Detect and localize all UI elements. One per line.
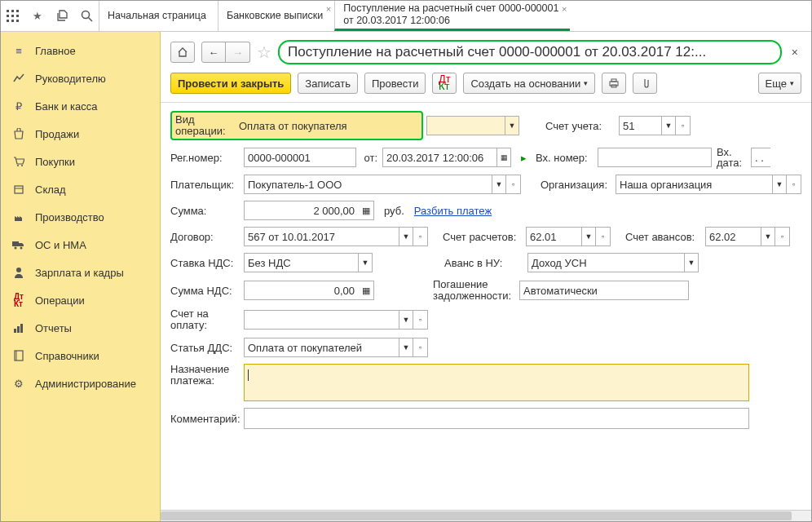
contract-input[interactable]: 567 от 10.01.2017 — [244, 227, 399, 246]
open-icon[interactable]: ▫ — [775, 227, 790, 246]
tab-home[interactable]: Начальная страница — [99, 1, 218, 31]
dropdown-icon[interactable]: ▼ — [399, 338, 413, 357]
svg-point-11 — [17, 165, 19, 166]
bars-icon — [12, 321, 25, 334]
dds-label: Статья ДДС: — [170, 342, 239, 354]
purpose-textarea[interactable] — [244, 364, 749, 401]
factory-icon — [12, 210, 25, 223]
sum-input[interactable] — [244, 201, 358, 220]
dropdown-icon[interactable]: ▼ — [581, 227, 596, 246]
comment-input[interactable] — [244, 408, 749, 429]
nav-warehouse[interactable]: Склад — [1, 175, 160, 203]
dds-input[interactable]: Оплата от покупателей — [244, 338, 399, 357]
currency-label: руб. — [384, 205, 404, 217]
dropdown-icon[interactable]: ▼ — [684, 253, 699, 272]
svg-rect-1 — [11, 10, 14, 12]
acct-adv-input[interactable]: 62.02 — [705, 227, 761, 246]
svg-rect-19 — [14, 329, 16, 333]
calculator-icon[interactable]: ▦ — [358, 281, 374, 300]
dtkt-button[interactable]: ДтКт — [432, 73, 457, 94]
open-icon[interactable]: ▫ — [506, 175, 521, 194]
nav-sales[interactable]: Продажи — [1, 120, 160, 148]
in-date-input[interactable]: . . — [751, 148, 770, 167]
nav-operations[interactable]: ДтКтОперации — [1, 286, 160, 314]
nav-hr[interactable]: Зарплата и кадры — [1, 259, 160, 286]
open-icon[interactable]: ▫ — [413, 310, 428, 330]
debt-input[interactable]: Автоматически — [519, 281, 689, 300]
nav-refs[interactable]: Справочники — [1, 342, 160, 369]
payer-input[interactable]: Покупатель-1 ООО — [244, 175, 492, 194]
history-icon[interactable] — [55, 9, 69, 24]
dropdown-icon[interactable]: ▼ — [358, 253, 373, 272]
dropdown-icon[interactable]: ▼ — [772, 175, 787, 194]
nav-bank[interactable]: ₽Банк и касса — [1, 92, 160, 120]
home-button[interactable] — [170, 42, 195, 63]
write-button[interactable]: Записать — [298, 73, 358, 94]
more-button[interactable]: Еще ▾ — [758, 73, 801, 94]
invoice-input[interactable] — [244, 310, 399, 330]
back-button[interactable]: ← — [201, 42, 226, 63]
dropdown-icon[interactable]: ▼ — [399, 310, 413, 330]
open-icon[interactable]: ▫ — [413, 338, 428, 357]
debt-label: Погашение задолженности: — [433, 279, 514, 302]
close-icon[interactable]: × — [326, 4, 331, 14]
attach-button[interactable] — [633, 73, 657, 94]
calendar-icon[interactable]: ▦ — [496, 148, 511, 167]
dropdown-icon[interactable]: ▼ — [505, 116, 519, 135]
search-icon[interactable] — [79, 9, 94, 24]
vat-rate-input[interactable]: Без НДС — [244, 253, 358, 272]
h-scrollbar[interactable] — [161, 510, 811, 521]
date-input[interactable]: 20.03.2017 12:00:06 — [382, 148, 496, 167]
op-type-extra-input[interactable] — [426, 116, 505, 135]
ruble-icon: ₽ — [12, 100, 25, 113]
open-icon[interactable]: ▫ — [413, 227, 428, 246]
regno-input[interactable]: 0000-000001 — [244, 148, 356, 167]
post-close-button[interactable]: Провести и закрыть — [170, 73, 291, 94]
dropdown-icon[interactable]: ▼ — [399, 227, 413, 246]
in-date-label: Вх. дата: — [717, 147, 746, 168]
svg-rect-5 — [16, 15, 19, 17]
account-input[interactable]: 51 — [619, 116, 661, 135]
print-button[interactable] — [602, 73, 626, 94]
dropdown-icon[interactable]: ▼ — [492, 175, 506, 194]
open-icon[interactable]: ▫ — [596, 227, 611, 246]
open-icon[interactable]: ▫ — [787, 175, 801, 194]
vat-sum-input[interactable] — [244, 281, 358, 300]
svg-point-12 — [21, 165, 23, 166]
person-icon — [12, 266, 25, 279]
nav-purchases[interactable]: Покупки — [1, 148, 160, 175]
star-icon[interactable]: ★ — [30, 9, 45, 24]
in-no-input[interactable] — [598, 148, 712, 167]
apps-icon[interactable] — [6, 9, 20, 24]
nav-assets[interactable]: ОС и НМА — [1, 231, 160, 259]
tab-bank-statements[interactable]: Банковские выписки× — [218, 1, 334, 31]
svg-point-18 — [16, 268, 21, 272]
adv-nu-input[interactable]: Доход УСН — [527, 253, 684, 272]
header-row: ← → ☆ Поступление на расчетный счет 0000… — [161, 32, 811, 69]
nav-main[interactable]: ≡Главное — [1, 37, 160, 64]
favorite-icon[interactable]: ☆ — [257, 42, 271, 62]
contract-label: Договор: — [170, 231, 239, 243]
dropdown-icon[interactable]: ▼ — [661, 116, 676, 135]
tab-receipt[interactable]: Поступление на расчетный счет 0000-00000… — [334, 1, 570, 31]
op-type-input[interactable]: Оплата от покупателя — [236, 116, 418, 135]
cart-icon — [12, 155, 25, 168]
split-payment-link[interactable]: Разбить платеж — [414, 205, 492, 217]
close-button[interactable]: × — [788, 46, 801, 59]
dropdown-icon[interactable]: ▼ — [761, 227, 775, 246]
close-icon[interactable]: × — [562, 4, 567, 14]
toolbar: Провести и закрыть Записать Провести ДтК… — [161, 69, 811, 103]
create-based-button[interactable]: Создать на основании ▾ — [463, 73, 595, 94]
open-icon[interactable]: ▫ — [676, 116, 691, 135]
forward-button[interactable]: → — [226, 42, 250, 63]
nav-reports[interactable]: Отчеты — [1, 314, 160, 342]
acct-calc-input[interactable]: 62.01 — [526, 227, 581, 246]
calculator-icon[interactable]: ▦ — [358, 201, 374, 220]
org-input[interactable]: Наша организация — [616, 175, 772, 194]
post-button[interactable]: Провести — [364, 73, 426, 94]
nav-manager[interactable]: Руководителю — [1, 64, 160, 92]
invoice-label: Счет на оплату: — [170, 308, 239, 331]
nav-admin[interactable]: ⚙Администрирование — [1, 369, 160, 397]
nav-production[interactable]: Производство — [1, 203, 160, 231]
in-no-label: Вх. номер: — [536, 152, 593, 164]
